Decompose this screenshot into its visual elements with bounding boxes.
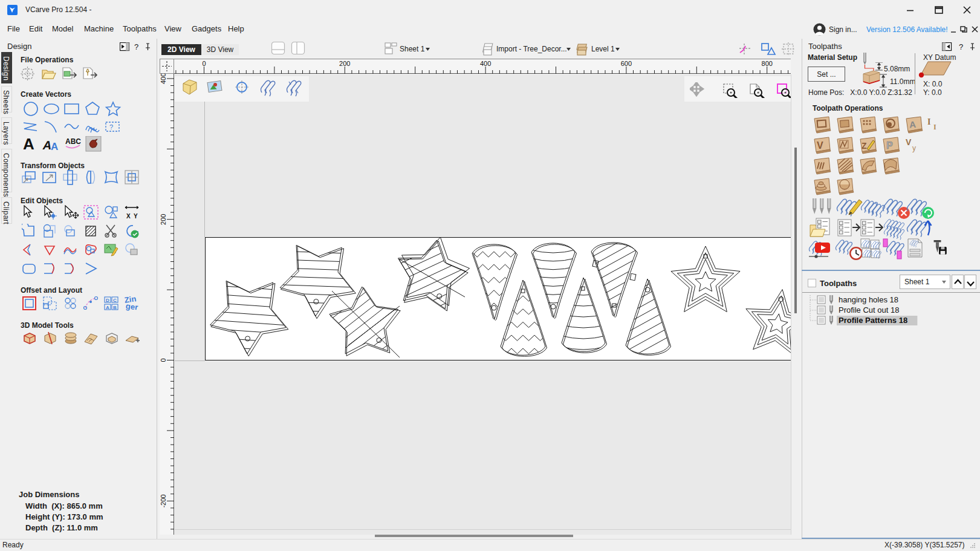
svg-text:V: V bbox=[817, 140, 823, 151]
svg-text:I: I bbox=[927, 117, 930, 126]
svg-text:A: A bbox=[51, 141, 58, 152]
svg-text:C: C bbox=[113, 298, 117, 303]
svg-text:ger: ger bbox=[125, 301, 138, 311]
svg-text:800: 800 bbox=[762, 60, 773, 67]
svg-text:D: D bbox=[106, 298, 109, 303]
svg-text:A: A bbox=[23, 136, 34, 153]
svg-text:Y: Y bbox=[134, 213, 138, 220]
svg-text:-200: -200 bbox=[160, 494, 167, 507]
svg-text:I: I bbox=[933, 123, 936, 131]
svg-text:A: A bbox=[106, 305, 109, 310]
svg-text:V: V bbox=[906, 137, 912, 147]
svg-text:A: A bbox=[909, 119, 917, 130]
svg-text:200: 200 bbox=[160, 214, 167, 225]
svg-text:Profile Cut out 18: Profile Cut out 18 bbox=[839, 305, 899, 315]
svg-text:?: ? bbox=[134, 42, 138, 51]
svg-text:y: y bbox=[912, 144, 916, 152]
svg-text:400: 400 bbox=[160, 74, 167, 84]
svg-text:X: X bbox=[126, 213, 131, 220]
svg-text:0: 0 bbox=[202, 60, 206, 67]
svg-text:?: ? bbox=[109, 123, 113, 131]
svg-text:?: ? bbox=[959, 42, 963, 51]
svg-text:Z: Z bbox=[862, 141, 867, 151]
svg-text:Profile Patterns 18: Profile Patterns 18 bbox=[839, 316, 907, 325]
svg-text:200: 200 bbox=[339, 60, 350, 67]
svg-text:0: 0 bbox=[160, 358, 167, 362]
svg-text:600: 600 bbox=[621, 60, 632, 67]
svg-text:P: P bbox=[886, 140, 893, 151]
svg-text:ABC: ABC bbox=[65, 137, 81, 146]
svg-text:B: B bbox=[113, 305, 117, 310]
svg-text:hanging holes 18: hanging holes 18 bbox=[839, 295, 898, 304]
svg-text:400: 400 bbox=[480, 60, 491, 67]
